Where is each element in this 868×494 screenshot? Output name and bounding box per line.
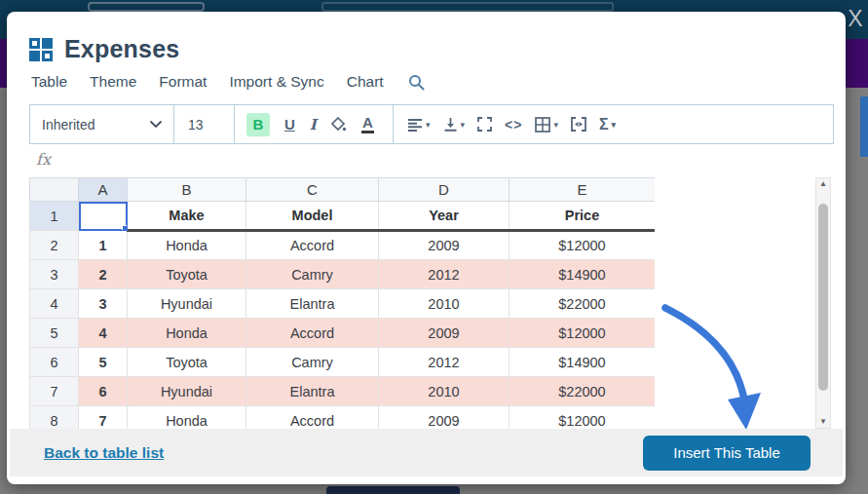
cell-year-header[interactable]: Year <box>379 202 509 231</box>
cell[interactable]: Accord <box>246 319 379 348</box>
cell[interactable]: 5 <box>79 348 128 377</box>
cell[interactable]: 2009 <box>379 319 509 348</box>
row-number[interactable]: 7 <box>30 377 79 406</box>
paint-bucket-icon <box>331 117 347 133</box>
borders-button[interactable]: ▾ <box>535 117 558 133</box>
table-grid-icon <box>29 38 53 61</box>
cell[interactable]: Camry <box>246 260 379 289</box>
cell[interactable]: 2009 <box>379 406 509 430</box>
insert-this-table-button[interactable]: Insert This Table <box>643 436 811 471</box>
underline-button[interactable]: U <box>284 116 295 133</box>
table-row: 8 7 Honda Accord 2009 $12000 <box>30 406 656 430</box>
column-header-b[interactable]: B <box>128 178 246 202</box>
cell[interactable]: Toyota <box>128 260 246 289</box>
more-tools-group: ▾ ▾ <> <box>394 105 833 143</box>
cell[interactable]: 7 <box>79 406 128 430</box>
back-to-table-list-link[interactable]: Back to table list <box>44 444 164 462</box>
merge-cells-button[interactable] <box>571 117 586 132</box>
modal-header: Expenses <box>29 35 179 63</box>
column-header-a[interactable]: A <box>79 178 128 202</box>
close-modal-button[interactable]: X <box>844 6 867 33</box>
menu-bar: Table Theme Format Import & Sync Chart <box>31 73 425 91</box>
column-header-d[interactable]: D <box>379 178 509 202</box>
code-view-button[interactable]: <> <box>505 117 522 133</box>
row-number[interactable]: 8 <box>30 406 79 430</box>
text-color-button[interactable]: A <box>361 115 374 133</box>
chevron-down-icon: ▾ <box>461 120 466 130</box>
menu-table[interactable]: Table <box>31 73 67 91</box>
fill-color-button[interactable] <box>331 117 347 133</box>
corner-cell[interactable] <box>30 178 79 202</box>
table-row: 1 Make Model Year Price <box>30 202 656 231</box>
scroll-up-icon[interactable]: ▲ <box>819 180 827 188</box>
cell[interactable]: $12000 <box>509 231 656 260</box>
column-header-e[interactable]: E <box>509 178 656 202</box>
cell[interactable]: $12000 <box>509 319 656 348</box>
row-number[interactable]: 1 <box>30 202 79 231</box>
cell[interactable]: 2010 <box>379 377 509 406</box>
cell[interactable]: $14900 <box>509 348 656 377</box>
cell[interactable]: 2 <box>79 260 128 289</box>
cell[interactable]: 3 <box>79 289 128 319</box>
cell[interactable]: $22000 <box>509 377 656 406</box>
cell[interactable]: Honda <box>128 231 246 260</box>
cell[interactable]: $22000 <box>509 289 656 319</box>
menu-theme[interactable]: Theme <box>90 73 136 91</box>
cell-model-header[interactable]: Model <box>246 202 379 231</box>
cell[interactable]: Accord <box>246 231 379 260</box>
borders-grid-icon <box>535 117 550 133</box>
cell[interactable]: Elantra <box>246 377 379 406</box>
modal-footer: Back to table list Insert This Table <box>10 429 843 476</box>
row-number[interactable]: 5 <box>30 319 79 348</box>
row-number[interactable]: 4 <box>30 289 79 319</box>
cell[interactable]: Honda <box>128 319 246 348</box>
cell[interactable]: Hyundai <box>128 289 246 319</box>
column-header-c[interactable]: C <box>246 178 379 202</box>
cell-price-header[interactable]: Price <box>509 202 656 231</box>
cell[interactable]: $14900 <box>509 260 656 289</box>
fullscreen-button[interactable] <box>477 117 492 132</box>
cell[interactable]: 2012 <box>379 348 509 377</box>
cell[interactable]: 2012 <box>379 260 509 289</box>
cell[interactable]: 4 <box>79 319 128 348</box>
menu-format[interactable]: Format <box>159 73 207 91</box>
cell[interactable]: 1 <box>79 231 128 260</box>
cell[interactable]: $12000 <box>509 406 656 430</box>
font-family-value: Inherited <box>42 117 94 133</box>
row-number[interactable]: 3 <box>30 260 79 289</box>
cell[interactable]: Hyundai <box>128 377 246 406</box>
chevron-down-icon: ▾ <box>426 120 431 130</box>
selected-cell-a1[interactable] <box>79 202 128 231</box>
cell[interactable]: Elantra <box>246 289 379 319</box>
scroll-down-icon[interactable]: ▼ <box>819 418 827 426</box>
cell[interactable]: 2010 <box>379 289 509 319</box>
scrollbar-thumb[interactable] <box>818 204 828 391</box>
italic-button[interactable]: I <box>310 116 317 133</box>
cell[interactable]: Camry <box>246 348 379 377</box>
cell[interactable]: Accord <box>246 406 379 430</box>
vertical-align-bottom-icon <box>443 117 458 132</box>
vertical-align-button[interactable]: ▾ <box>443 117 466 132</box>
row-number[interactable]: 6 <box>30 348 79 377</box>
cell[interactable]: 2009 <box>379 231 509 260</box>
table-row: 4 3 Hyundai Elantra 2010 $22000 <box>30 289 656 319</box>
cell-make-header[interactable]: Make <box>128 202 246 231</box>
menu-import-sync[interactable]: Import & Sync <box>229 73 323 91</box>
chevron-down-icon: ▾ <box>612 120 617 130</box>
align-left-button[interactable]: ▾ <box>407 118 431 132</box>
search-icon[interactable] <box>408 74 425 91</box>
cell[interactable]: Honda <box>128 406 246 430</box>
cell[interactable]: 6 <box>79 377 128 406</box>
menu-chart[interactable]: Chart <box>347 73 384 91</box>
formula-fx-label: fx <box>36 150 51 169</box>
fullscreen-icon <box>477 117 492 132</box>
chevron-down-icon <box>150 121 162 129</box>
vertical-scrollbar[interactable]: ▲ ▼ <box>815 177 831 429</box>
bold-button[interactable]: B <box>246 113 270 136</box>
format-toolbar: Inherited 13 B U I A <box>29 104 834 144</box>
font-family-select[interactable]: Inherited <box>30 105 174 143</box>
font-size-input[interactable]: 13 <box>174 105 235 143</box>
cell[interactable]: Toyota <box>128 348 246 377</box>
sum-function-button[interactable]: Σ ▾ <box>599 116 616 133</box>
row-number[interactable]: 2 <box>30 231 79 260</box>
